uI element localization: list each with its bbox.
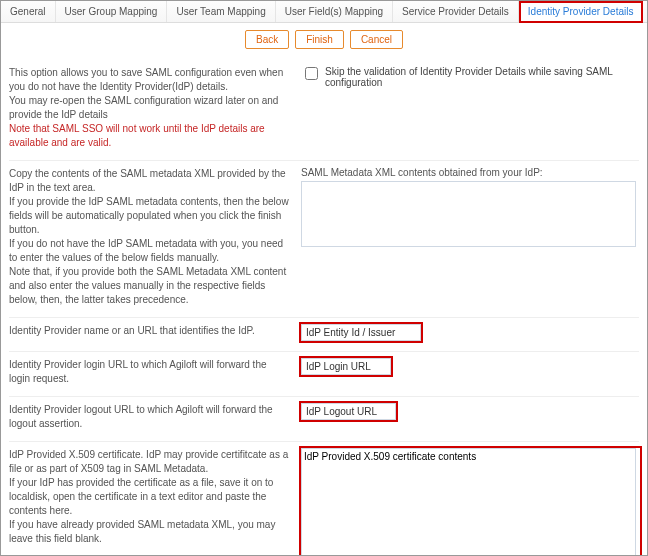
cert-desc-3: If you have already provided SAML metada… — [9, 518, 289, 546]
idp-logout-input[interactable] — [301, 403, 396, 420]
meta-desc-2: If you provide the IdP SAML metadata con… — [9, 195, 289, 237]
skip-validation-text: Skip the validation of Identity Provider… — [325, 66, 639, 88]
meta-desc-4: Note that, if you provide both the SAML … — [9, 265, 289, 307]
cert-desc-2: If your IdP has provided the certificate… — [9, 476, 289, 518]
skip-desc-2: You may re-open the SAML configuration w… — [9, 94, 289, 122]
skip-desc-1: This option allows you to save SAML conf… — [9, 66, 289, 94]
login-desc: Identity Provider login URL to which Agi… — [9, 358, 289, 386]
entity-desc: Identity Provider name or an URL that id… — [9, 324, 289, 338]
meta-desc-1: Copy the contents of the SAML metadata X… — [9, 167, 289, 195]
skip-warning: Note that SAML SSO will not work until t… — [9, 122, 289, 150]
cert-desc-1: IdP Provided X.509 certificate. IdP may … — [9, 448, 289, 476]
top-button-row: Back Finish Cancel — [1, 23, 647, 56]
tab-general[interactable]: General — [1, 1, 56, 22]
skip-validation-label[interactable]: Skip the validation of Identity Provider… — [301, 66, 639, 88]
meta-label: SAML Metadata XML contents obtained from… — [301, 167, 639, 178]
saml-metadata-textarea[interactable] — [301, 181, 636, 247]
tab-bar: General User Group Mapping User Team Map… — [1, 1, 647, 23]
cancel-button[interactable]: Cancel — [350, 30, 403, 49]
tab-service-provider-details[interactable]: Service Provider Details — [393, 1, 519, 22]
tab-user-fields-mapping[interactable]: User Field(s) Mapping — [276, 1, 393, 22]
idp-cert-textarea[interactable] — [301, 448, 636, 556]
idp-entity-input[interactable] — [301, 324, 421, 341]
finish-button[interactable]: Finish — [295, 30, 344, 49]
logout-desc: Identity Provider logout URL to which Ag… — [9, 403, 289, 431]
back-button[interactable]: Back — [245, 30, 289, 49]
tab-user-team-mapping[interactable]: User Team Mapping — [167, 1, 275, 22]
skip-validation-checkbox[interactable] — [305, 67, 318, 80]
tab-identity-provider-details[interactable]: Identity Provider Details — [519, 1, 644, 23]
idp-login-input[interactable] — [301, 358, 391, 375]
meta-desc-3: If you do not have the IdP SAML metadata… — [9, 237, 289, 265]
tab-user-group-mapping[interactable]: User Group Mapping — [56, 1, 168, 22]
